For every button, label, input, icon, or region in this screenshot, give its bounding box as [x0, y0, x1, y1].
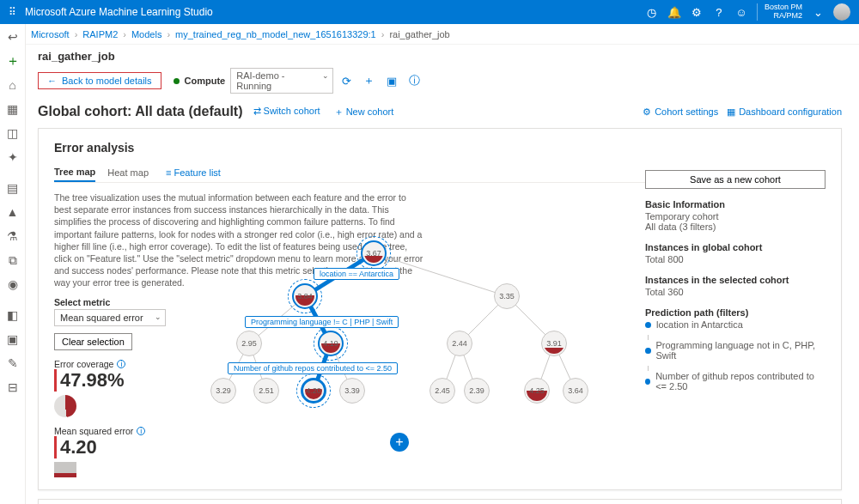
error-tree[interactable]: 3.67 3.84 3.35 2.95 4.19 2.44 3.91 3.29 …: [193, 240, 606, 429]
tree-node[interactable]: 2.95: [236, 331, 262, 356]
tree-node[interactable]: 4.25: [524, 378, 550, 404]
mse-bar: [54, 462, 76, 477]
breadcrumb-current: rai_gather_job: [389, 29, 449, 39]
tree-node[interactable]: 2.45: [430, 378, 455, 404]
chevron-down-icon[interactable]: ⌄: [811, 5, 825, 19]
metric-select[interactable]: Mean squared error ⌄: [54, 309, 166, 326]
bell-icon[interactable]: 🔔: [667, 5, 681, 19]
error-analysis-heading: Error analysis: [54, 141, 825, 155]
path-item: Number of github repos contributed to <=…: [645, 371, 825, 392]
back-button-label: Back to model details: [62, 76, 152, 86]
dashboard-config-button[interactable]: ▦ Dashboard configuration: [727, 106, 842, 118]
tree-node-selected[interactable]: 4.20: [301, 378, 326, 404]
tree-node[interactable]: 2.44: [447, 331, 472, 356]
chevron-down-icon: ⌄: [322, 71, 329, 80]
add-node-button[interactable]: +: [390, 433, 409, 452]
chevron-down-icon: ⌄: [155, 313, 161, 321]
error-analysis-card: Error analysis Tree map Heat map ≡ Featu…: [38, 128, 842, 490]
prediction-path-title: Prediction path (filters): [645, 307, 825, 318]
jobs-icon[interactable]: ▲: [5, 204, 21, 220]
help-icon[interactable]: ?: [712, 5, 726, 19]
info-icon[interactable]: i: [137, 427, 145, 435]
model-overview-card: Model overview: [38, 499, 842, 504]
tree-node[interactable]: 3.39: [339, 378, 365, 404]
tree-node[interactable]: 3.29: [210, 378, 236, 404]
topbar: ⠿ Microsoft Azure Machine Learning Studi…: [0, 0, 859, 24]
gear-icon[interactable]: ⚙: [690, 5, 704, 19]
refresh-icon[interactable]: ⟳: [338, 75, 355, 88]
back-icon[interactable]: ↩: [5, 29, 21, 45]
avatar[interactable]: [833, 3, 850, 21]
tree-node[interactable]: 3.64: [563, 378, 588, 404]
automl-icon[interactable]: ◫: [5, 125, 21, 141]
cohort-settings-button[interactable]: ⚙ Cohort settings: [643, 106, 718, 118]
endpoints-icon[interactable]: ▣: [5, 331, 21, 347]
plus-icon[interactable]: ＋: [360, 73, 378, 88]
cohort-title: Global cohort: All data (default): [38, 104, 243, 119]
tree-node[interactable]: 3.67: [361, 240, 387, 266]
switch-cohort-button[interactable]: ⇄ Switch cohort: [248, 106, 326, 118]
notebooks-icon[interactable]: ▦: [5, 101, 21, 117]
workspace-sub: RA/PM2: [765, 12, 802, 21]
split-label: Number of github repos contributed to <=…: [228, 362, 398, 374]
global-cohort-value: Total 800: [645, 254, 825, 264]
tree-node[interactable]: 2.51: [253, 378, 279, 404]
components-icon[interactable]: ⚗: [5, 228, 21, 244]
add-icon[interactable]: ＋: [5, 53, 21, 69]
split-label: location == Antarctica: [314, 268, 399, 280]
environments-icon[interactable]: ◉: [5, 276, 21, 292]
global-cohort-title: Instances in global cohort: [645, 242, 825, 252]
compute-value: RAI-demo - Running: [236, 70, 284, 91]
waffle-icon[interactable]: ⠿: [9, 6, 16, 18]
new-cohort-button[interactable]: ＋ New cohort: [329, 106, 399, 118]
breadcrumb: Microsoft› RAIPM2› Models› my_trained_re…: [0, 24, 859, 45]
tree-node[interactable]: 3.91: [541, 331, 567, 356]
cohort-side-panel: Save as a new cohort Basic Information T…: [645, 170, 825, 402]
compute-label: Compute: [185, 76, 226, 86]
breadcrumb-item[interactable]: Microsoft: [31, 29, 70, 39]
coverage-pie: [54, 395, 76, 417]
clear-selection-button[interactable]: Clear selection: [54, 333, 132, 350]
path-item: location in Antarctica: [645, 319, 825, 330]
selected-cohort-title: Instances in the selected cohort: [645, 275, 825, 285]
basic-info-title: Basic Information: [645, 199, 825, 209]
path-item: Programming language not in C, PHP, Swif…: [645, 340, 825, 361]
data-icon[interactable]: ▤: [5, 180, 21, 196]
tab-tree-map[interactable]: Tree map: [54, 163, 95, 182]
job-title: rai_gather_job: [38, 50, 842, 63]
tree-node[interactable]: 2.39: [464, 378, 490, 404]
tree-node[interactable]: 3.84: [292, 283, 318, 309]
tree-node[interactable]: 4.19: [318, 331, 344, 356]
left-nav: ↩ ＋ ⌂ ▦ ◫ ✦ ▤ ▲ ⚗ ⧉ ◉ ◧ ▣ ✎ ⊟: [0, 24, 26, 504]
save-cohort-button[interactable]: Save as a new cohort: [645, 170, 825, 189]
split-label: Programming language != C | PHP | Swift: [245, 316, 399, 328]
tree-node[interactable]: 3.35: [494, 283, 520, 309]
basic-info-line: Temporary cohort: [645, 211, 825, 222]
tab-heat-map[interactable]: Heat map: [107, 164, 149, 181]
product-title: Microsoft Azure Machine Learning Studio: [25, 6, 213, 18]
selected-cohort-value: Total 360: [645, 287, 825, 297]
models-icon[interactable]: ◧: [5, 307, 21, 323]
stop-icon[interactable]: ▣: [383, 75, 400, 88]
home-icon[interactable]: ⌂: [5, 77, 21, 93]
mse-value: 4.20: [54, 436, 825, 458]
basic-info-line: All data (3 filters): [645, 222, 825, 232]
mse-label: Mean squared error: [54, 426, 133, 436]
breadcrumb-item[interactable]: my_trained_reg_nb_model_new_1651613329:1: [175, 29, 376, 39]
pipelines-icon[interactable]: ⧉: [5, 252, 21, 268]
feature-list-link[interactable]: ≡ Feature list: [166, 167, 221, 178]
clock-icon[interactable]: ◷: [645, 5, 659, 19]
designer-icon[interactable]: ✦: [5, 149, 21, 165]
arrow-left-icon: ←: [47, 76, 57, 86]
feedback-icon[interactable]: ☺: [734, 5, 748, 19]
back-to-model-button[interactable]: ← Back to model details: [38, 72, 161, 89]
breadcrumb-item[interactable]: RAIPM2: [82, 29, 118, 39]
info-icon[interactable]: ⓘ: [405, 73, 423, 88]
compute-select[interactable]: RAI-demo - Running ⌄: [230, 68, 333, 94]
compute-icon[interactable]: ✎: [5, 355, 21, 371]
breadcrumb-item[interactable]: Models: [131, 29, 161, 39]
info-icon[interactable]: i: [117, 360, 125, 368]
status-dot: [174, 78, 180, 84]
datastores-icon[interactable]: ⊟: [5, 380, 21, 395]
workspace-switcher[interactable]: Boston PM RA/PM2: [757, 3, 802, 21]
